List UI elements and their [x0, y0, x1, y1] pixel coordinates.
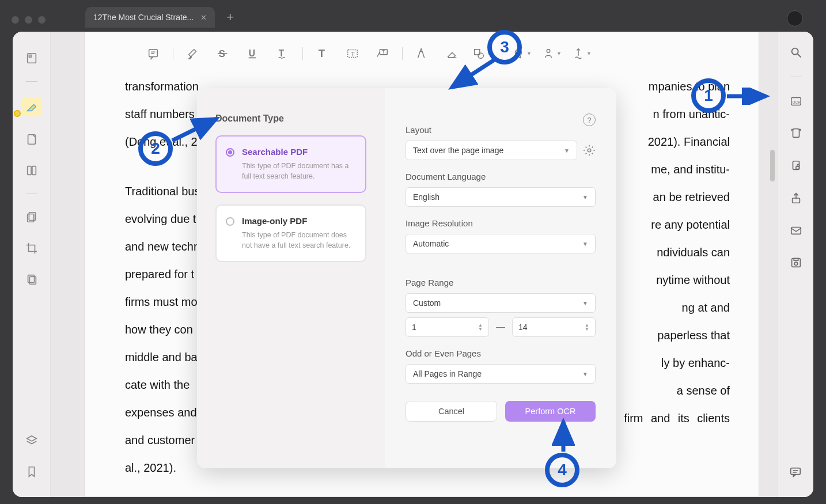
- option-title: Searchable PDF: [242, 147, 355, 157]
- lock-page-icon[interactable]: [788, 158, 804, 174]
- language-label: Document Language: [406, 172, 596, 181]
- svg-rect-15: [796, 166, 800, 169]
- select-value: English: [413, 192, 439, 202]
- page-range-label: Page Range: [406, 278, 596, 287]
- text-tool-icon[interactable]: T: [312, 44, 333, 63]
- svg-text:U: U: [249, 48, 255, 58]
- stack-icon[interactable]: [24, 433, 40, 449]
- document-type-label: Document Type: [215, 113, 366, 124]
- svg-text:T: T: [382, 50, 385, 55]
- svg-point-9: [791, 48, 798, 55]
- scan-icon[interactable]: [788, 126, 804, 142]
- svg-text:T: T: [319, 47, 325, 59]
- select-value: Custom: [413, 298, 441, 308]
- odd-even-select[interactable]: All Pages in Range▼: [406, 364, 596, 384]
- odd-even-label: Odd or Even Pages: [406, 348, 596, 358]
- search-icon[interactable]: [788, 44, 804, 60]
- svg-rect-4: [32, 166, 35, 175]
- mail-icon[interactable]: [788, 222, 804, 238]
- share-icon[interactable]: [788, 190, 804, 206]
- cancel-button[interactable]: Cancel: [406, 401, 497, 422]
- perform-ocr-button[interactable]: Perform OCR: [505, 401, 596, 422]
- layout-label: Layout: [406, 125, 596, 135]
- highlight-tool-icon[interactable]: [183, 44, 203, 63]
- ocr-icon[interactable]: OCR: [788, 93, 804, 109]
- svg-line-44: [172, 119, 217, 141]
- radio-icon: [226, 217, 234, 226]
- ocr-modal: Document Type Searchable PDF This type o…: [197, 88, 616, 468]
- avatar[interactable]: [787, 10, 803, 26]
- crop-icon[interactable]: [24, 240, 40, 256]
- range-to-input[interactable]: 14▲▼: [512, 317, 596, 337]
- squiggly-tool-icon[interactable]: T: [272, 44, 293, 63]
- select-value: All Pages in Range: [413, 369, 482, 378]
- svg-rect-8: [29, 276, 36, 284]
- option-title: Image-only PDF: [242, 216, 355, 226]
- callout-2: 2: [138, 131, 173, 166]
- range-from-input[interactable]: 1▲▼: [406, 317, 489, 337]
- separator: [402, 47, 403, 60]
- pencil-icon[interactable]: [24, 131, 40, 147]
- pen-tool-icon[interactable]: [412, 44, 433, 63]
- chevron-down-icon: ▼: [582, 371, 588, 377]
- chevron-down-icon: ▼: [582, 194, 588, 200]
- stepper-icon[interactable]: ▲▼: [585, 323, 589, 331]
- tab-bar: 12The Most Crucial Strate... ✕ +: [85, 6, 234, 29]
- annotation-toolbar: S U T T T T ▼ ▼ ▼ ▼: [114, 42, 714, 65]
- svg-text:T: T: [351, 51, 355, 58]
- gear-icon[interactable]: [583, 144, 596, 157]
- divider: [790, 77, 802, 77]
- layout-select[interactable]: Text over the page image▼: [406, 141, 577, 160]
- stepper-icon[interactable]: ▲▼: [478, 323, 483, 331]
- close-window-icon[interactable]: [12, 16, 19, 24]
- maximize-window-icon[interactable]: [38, 16, 46, 24]
- svg-point-41: [547, 50, 550, 53]
- separator: [302, 47, 303, 60]
- note-tool-icon[interactable]: [143, 44, 164, 63]
- tab-document[interactable]: 12The Most Crucial Strate... ✕: [85, 7, 215, 28]
- chevron-down-icon: ▼: [582, 241, 588, 247]
- svg-rect-1: [29, 55, 31, 58]
- select-value: Text over the page image: [413, 146, 503, 155]
- svg-rect-20: [794, 259, 798, 261]
- searchable-pdf-option[interactable]: Searchable PDF This type of PDF document…: [215, 135, 366, 193]
- resolution-select[interactable]: Automatic▼: [406, 234, 596, 253]
- language-select[interactable]: English▼: [406, 187, 596, 207]
- right-sidebar: OCR: [778, 32, 813, 497]
- reading-icon[interactable]: [24, 162, 40, 179]
- close-tab-icon[interactable]: ✕: [200, 13, 207, 22]
- pages-icon[interactable]: [24, 209, 40, 225]
- range-separator: —: [496, 322, 505, 332]
- image-only-pdf-option[interactable]: Image-only PDF This type of PDF document…: [215, 204, 366, 262]
- layers-icon[interactable]: [24, 271, 40, 287]
- thumbnails-icon[interactable]: [24, 50, 40, 66]
- scrollbar[interactable]: [770, 150, 775, 181]
- bookmark-icon[interactable]: [24, 464, 40, 480]
- option-description: This type of PDF document does not have …: [242, 230, 355, 251]
- callout-tool-icon[interactable]: T: [372, 44, 393, 63]
- highlighter-icon[interactable]: [22, 97, 41, 116]
- divider: [26, 81, 37, 82]
- callout-4: 4: [545, 453, 579, 487]
- page-range-select[interactable]: Custom▼: [406, 293, 596, 313]
- svg-text:T: T: [279, 48, 285, 58]
- textbox-tool-icon[interactable]: T: [342, 44, 363, 63]
- comment-icon[interactable]: [787, 464, 804, 480]
- svg-rect-7: [28, 275, 34, 283]
- svg-line-45: [452, 60, 494, 88]
- strikethrough-tool-icon[interactable]: S: [213, 44, 233, 63]
- window-controls[interactable]: [12, 16, 46, 24]
- svg-line-10: [797, 54, 801, 58]
- help-icon[interactable]: ?: [583, 113, 596, 126]
- signature-tool-icon[interactable]: ▼: [541, 44, 562, 63]
- minimize-window-icon[interactable]: [25, 16, 32, 24]
- svg-rect-24: [149, 50, 158, 57]
- svg-point-19: [794, 262, 798, 266]
- input-value: 1: [412, 323, 416, 332]
- underline-tool-icon[interactable]: U: [243, 44, 263, 63]
- new-tab-button[interactable]: +: [226, 10, 234, 25]
- save-icon[interactable]: [788, 255, 804, 271]
- callout-1: 1: [691, 78, 726, 113]
- sign-tool-icon[interactable]: ▼: [571, 44, 592, 63]
- input-value: 14: [518, 323, 528, 332]
